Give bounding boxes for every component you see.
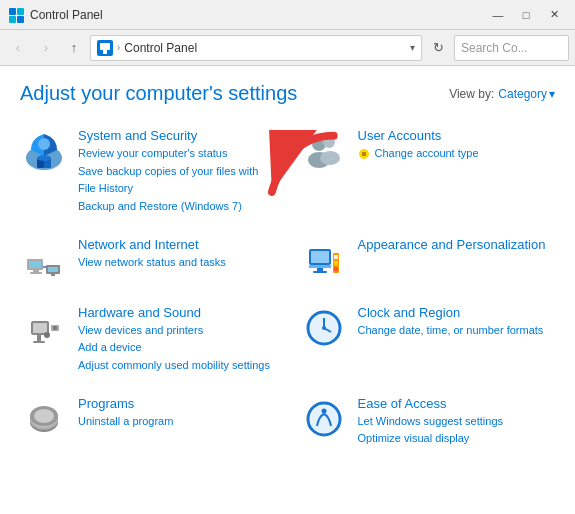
user-accounts-title[interactable]: User Accounts	[358, 127, 556, 145]
svg-rect-31	[334, 261, 338, 265]
breadcrumb-separator: ›	[117, 42, 120, 53]
appearance-text: Appearance and Personalization	[358, 236, 556, 254]
hardware-sound-link-3[interactable]: Adjust commonly used mobility settings	[78, 357, 276, 375]
network-internet-link-1[interactable]: View network status and tasks	[78, 254, 276, 272]
svg-rect-3	[17, 16, 24, 23]
breadcrumb-text: Control Panel	[124, 41, 197, 55]
search-input[interactable]	[461, 41, 575, 55]
ease-access-link-2[interactable]: Optimize visual display	[358, 430, 556, 448]
svg-rect-30	[334, 255, 338, 259]
appearance-item: Appearance and Personalization	[300, 230, 556, 290]
system-security-item: System and Security Review your computer…	[20, 121, 276, 222]
system-security-link-3[interactable]: Backup and Restore (Windows 7)	[78, 198, 276, 216]
ease-access-text: Ease of Access Let Windows suggest setti…	[358, 395, 556, 448]
svg-point-13	[323, 136, 335, 148]
user-accounts-item: User Accounts Change account type	[300, 121, 556, 222]
network-internet-item: Network and Internet View network status…	[20, 230, 276, 290]
clock-region-icon	[300, 304, 348, 352]
network-internet-title[interactable]: Network and Internet	[78, 236, 276, 254]
svg-rect-4	[100, 43, 110, 50]
page-header: Adjust your computer's settings View by:…	[20, 82, 555, 105]
svg-rect-19	[30, 272, 42, 274]
minimize-button[interactable]: —	[485, 4, 511, 26]
svg-rect-17	[29, 261, 41, 268]
svg-rect-27	[317, 268, 323, 271]
system-security-text: System and Security Review your computer…	[78, 127, 276, 216]
svg-point-14	[320, 151, 340, 165]
svg-rect-26	[309, 265, 331, 268]
user-accounts-link-1[interactable]: Change account type	[358, 145, 556, 163]
svg-rect-25	[311, 251, 329, 263]
clock-region-title[interactable]: Clock and Region	[358, 304, 556, 322]
close-button[interactable]: ✕	[541, 4, 567, 26]
svg-rect-0	[9, 8, 16, 15]
breadcrumb-home-icon	[97, 40, 113, 56]
system-security-icon	[20, 127, 68, 175]
clock-region-link-1[interactable]: Change date, time, or number formats	[358, 322, 556, 340]
programs-title[interactable]: Programs	[78, 395, 276, 413]
hardware-sound-title[interactable]: Hardware and Sound	[78, 304, 276, 322]
ease-access-link-1[interactable]: Let Windows suggest settings	[358, 413, 556, 431]
hardware-sound-text: Hardware and Sound View devices and prin…	[78, 304, 276, 375]
view-by-label: View by:	[449, 87, 494, 101]
svg-rect-1	[17, 8, 24, 15]
breadcrumb-dropdown-icon[interactable]: ▾	[410, 42, 415, 53]
svg-point-35	[44, 332, 50, 338]
maximize-button[interactable]: □	[513, 4, 539, 26]
window-controls: — □ ✕	[485, 4, 567, 26]
programs-icon	[20, 395, 68, 443]
refresh-button[interactable]: ↻	[426, 36, 450, 60]
svg-point-39	[53, 326, 57, 330]
svg-rect-2	[9, 16, 16, 23]
ease-access-title[interactable]: Ease of Access	[358, 395, 556, 413]
back-button[interactable]: ‹	[6, 36, 30, 60]
user-accounts-text: User Accounts Change account type	[358, 127, 556, 163]
clock-region-text: Clock and Region Change date, time, or n…	[358, 304, 556, 340]
svg-point-10	[37, 155, 51, 161]
search-box[interactable]: 🔍	[454, 35, 569, 61]
view-by-control[interactable]: View by: Category ▾	[449, 87, 555, 101]
system-security-link-2[interactable]: Save backup copies of your files with Fi…	[78, 163, 276, 198]
control-panel-icon	[8, 7, 24, 23]
hardware-sound-link-1[interactable]: View devices and printers	[78, 322, 276, 340]
user-accounts-icon	[300, 127, 348, 175]
svg-rect-36	[37, 335, 41, 341]
hardware-sound-icon	[20, 304, 68, 352]
main-content: Adjust your computer's settings View by:…	[0, 66, 575, 514]
clock-region-item: Clock and Region Change date, time, or n…	[300, 298, 556, 381]
svg-rect-22	[51, 274, 55, 276]
items-grid: System and Security Review your computer…	[20, 121, 555, 454]
page-title: Adjust your computer's settings	[20, 82, 297, 105]
svg-rect-32	[334, 267, 338, 271]
svg-point-7	[38, 138, 50, 150]
hardware-sound-link-2[interactable]: Add a device	[78, 339, 276, 357]
programs-text: Programs Uninstall a program	[78, 395, 276, 431]
svg-rect-21	[48, 267, 58, 272]
svg-rect-37	[33, 341, 45, 343]
hardware-sound-item: Hardware and Sound View devices and prin…	[20, 298, 276, 381]
appearance-icon	[300, 236, 348, 284]
title-bar: Control Panel — □ ✕	[0, 0, 575, 30]
forward-button[interactable]: ›	[34, 36, 58, 60]
ease-access-icon	[300, 395, 348, 443]
svg-rect-5	[103, 50, 107, 54]
system-security-link-1[interactable]: Review your computer's status	[78, 145, 276, 163]
network-internet-icon	[20, 236, 68, 284]
appearance-title[interactable]: Appearance and Personalization	[358, 236, 556, 254]
system-security-title[interactable]: System and Security	[78, 127, 276, 145]
svg-rect-34	[33, 323, 47, 333]
window-title: Control Panel	[30, 8, 103, 22]
ease-access-item: Ease of Access Let Windows suggest setti…	[300, 389, 556, 454]
view-by-value[interactable]: Category ▾	[498, 87, 555, 101]
svg-point-44	[322, 326, 326, 330]
svg-point-50	[34, 409, 54, 423]
network-internet-text: Network and Internet View network status…	[78, 236, 276, 272]
programs-link-1[interactable]: Uninstall a program	[78, 413, 276, 431]
address-bar: ‹ › ↑ › Control Panel ▾ ↻ 🔍	[0, 30, 575, 66]
svg-rect-28	[313, 271, 327, 273]
svg-point-53	[321, 408, 326, 413]
up-button[interactable]: ↑	[62, 36, 86, 60]
programs-item: Programs Uninstall a program	[20, 389, 276, 454]
breadcrumb-bar[interactable]: › Control Panel ▾	[90, 35, 422, 61]
